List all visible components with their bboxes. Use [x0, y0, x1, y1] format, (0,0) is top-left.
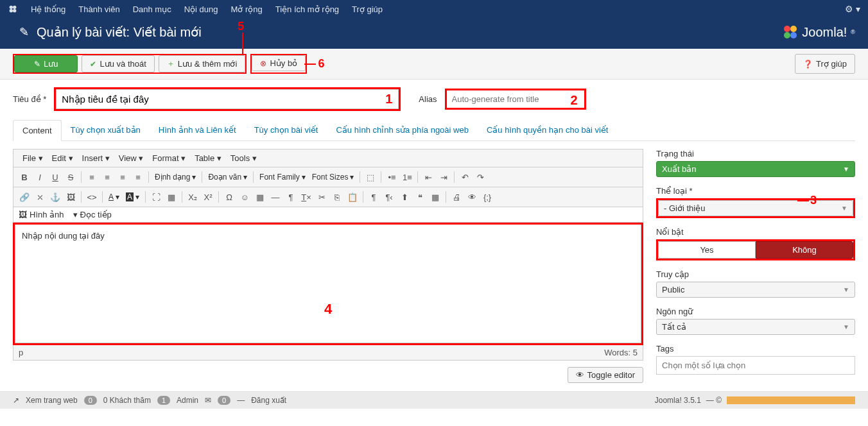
cut-icon[interactable]: ✂ — [315, 190, 329, 204]
align-left-icon[interactable]: ≡ — [85, 170, 99, 184]
readmore-button[interactable]: ▾ Đọc tiếp — [73, 210, 112, 219]
svg-point-1 — [13, 6, 16, 9]
sup-icon[interactable]: X² — [201, 190, 215, 204]
logout-link[interactable]: Đăng xuất — [251, 396, 286, 405]
nav-members[interactable]: Thành viên — [72, 4, 126, 14]
paste-icon[interactable]: 📋 — [345, 190, 360, 204]
page-title: Quản lý bài viết: Viết bài mới — [37, 24, 783, 40]
code-icon[interactable]: <> — [85, 190, 99, 204]
tab-images[interactable]: Hình ảnh và Liên kết — [150, 120, 245, 141]
image-icon[interactable]: 🖼 — [64, 190, 78, 204]
toggle-editor-button[interactable]: 👁 Toggle editor — [568, 367, 643, 383]
editor-body[interactable]: Nhập nội dung tại đây — [15, 225, 641, 343]
menu-file[interactable]: File ▾ — [19, 152, 47, 164]
tab-publish[interactable]: Tùy chọn xuất bản — [62, 120, 150, 141]
redo-icon[interactable]: ↷ — [473, 170, 487, 184]
view-site-link[interactable]: Xem trang web — [26, 396, 78, 405]
category-select[interactable]: - Giới thiệu▼ — [658, 200, 853, 216]
format-select[interactable]: Định dạng ▾ — [152, 173, 198, 182]
status-label: Trạng thái — [656, 149, 855, 158]
table-icon[interactable]: ▦ — [164, 190, 178, 204]
tab-permissions[interactable]: Cấu hình quyền hạn cho bài viết — [478, 120, 618, 141]
braces-icon[interactable]: {;} — [480, 190, 494, 204]
save-new-button[interactable]: ＋Lưu & thêm mới — [159, 55, 246, 72]
msg-badge[interactable]: 0 — [218, 396, 230, 405]
insert-image-button[interactable]: 🖼 Hình ảnh — [19, 210, 64, 219]
hr-icon[interactable]: ― — [268, 190, 282, 204]
tab-frontend[interactable]: Cấu hình chỉnh sửa phía ngoài web — [327, 120, 477, 141]
save-button[interactable]: ✎Lưu — [14, 55, 78, 72]
unlink-icon[interactable]: ⤫ — [33, 190, 47, 204]
admin-label: Admin — [177, 396, 198, 405]
link-icon[interactable]: 🔗 — [17, 190, 31, 204]
list-ol-icon[interactable]: 1≡ — [400, 170, 414, 184]
italic-icon[interactable]: I — [33, 170, 47, 184]
nav-plugins[interactable]: Tiện ích mở rộng — [269, 4, 345, 14]
featured-no[interactable]: Không — [756, 241, 853, 259]
language-select[interactable]: Tất cả▼ — [656, 319, 855, 335]
featured-yes[interactable]: Yes — [658, 241, 756, 259]
menu-edit[interactable]: Edit ▾ — [48, 152, 77, 164]
save-close-button[interactable]: ✔Lưu và thoát — [82, 55, 154, 72]
omega-icon[interactable]: Ω — [222, 190, 236, 204]
quote-icon[interactable]: ❝ — [413, 190, 427, 204]
pilcrow-icon[interactable]: ¶ — [284, 190, 298, 204]
sub-icon[interactable]: X₂ — [186, 190, 200, 204]
menu-format[interactable]: Format ▾ — [148, 152, 189, 164]
copy-icon[interactable]: ⎘ — [330, 190, 344, 204]
status-select[interactable]: Xuất bản▼ — [656, 161, 855, 177]
list-ul-icon[interactable]: •≡ — [385, 170, 399, 184]
paragraph-select[interactable]: Đoạn văn ▾ — [205, 173, 250, 182]
undo-icon[interactable]: ↶ — [458, 170, 472, 184]
menu-table[interactable]: Table ▾ — [191, 152, 225, 164]
fullscreen-icon[interactable]: ⛶ — [149, 190, 163, 204]
help-button[interactable]: ❓Trợ giúp — [795, 54, 855, 74]
rtl-icon[interactable]: ¶‹ — [382, 190, 396, 204]
tags-label: Tags — [656, 344, 855, 354]
gear-icon[interactable]: ⚙ ▾ — [845, 4, 860, 14]
nav-categories[interactable]: Danh mục — [126, 4, 178, 14]
font-family-select[interactable]: Font Family ▾ — [257, 173, 308, 182]
strike-icon[interactable]: S — [64, 170, 78, 184]
nav-extensions[interactable]: Mở rộng — [224, 4, 268, 14]
align-justify-icon[interactable]: ≡ — [131, 170, 145, 184]
tab-article-opts[interactable]: Tùy chọn bài viết — [245, 120, 327, 141]
outdent-icon[interactable]: ⇤ — [421, 170, 435, 184]
indent-icon[interactable]: ⇥ — [437, 170, 451, 184]
pencil-icon: ✎ — [19, 25, 29, 39]
anchor-icon[interactable]: ⚓ — [48, 190, 62, 204]
textcolor-icon[interactable]: A ▾ — [106, 192, 122, 201]
para-icon[interactable]: ¶ — [367, 190, 381, 204]
plus-icon: ＋ — [167, 58, 175, 69]
underline-icon[interactable]: U — [48, 170, 62, 184]
remove-format-icon[interactable]: ⬚ — [363, 170, 378, 184]
admin-badge[interactable]: 1 — [157, 396, 170, 405]
preview-icon[interactable]: 👁 — [465, 190, 479, 204]
emoji-icon[interactable]: ☺ — [238, 190, 252, 204]
font-size-select[interactable]: Font Sizes ▾ — [309, 173, 357, 182]
access-select[interactable]: Public▼ — [656, 282, 855, 298]
tags-input[interactable] — [656, 356, 855, 375]
media-icon[interactable]: ▦ — [253, 190, 267, 204]
title-input[interactable] — [56, 89, 399, 109]
clear-icon[interactable]: T× — [299, 190, 313, 204]
bold-icon[interactable]: B — [17, 170, 31, 184]
mail-icon[interactable]: ✉ — [205, 396, 211, 405]
menu-view[interactable]: View ▾ — [115, 152, 148, 164]
upload-icon[interactable]: ⬆ — [397, 190, 412, 204]
tab-content[interactable]: Content — [13, 120, 62, 141]
menu-insert[interactable]: Insert ▾ — [78, 152, 114, 164]
menu-tools[interactable]: Tools ▾ — [227, 152, 261, 164]
bgcolor-icon[interactable]: A ▾ — [123, 192, 142, 201]
cancel-icon: ⊗ — [260, 59, 266, 68]
nav-system[interactable]: Hệ thống — [24, 4, 72, 14]
align-center-icon[interactable]: ≡ — [100, 170, 114, 184]
print-icon[interactable]: 🖨 — [449, 190, 464, 204]
nav-help[interactable]: Trợ giúp — [345, 4, 389, 14]
align-right-icon[interactable]: ≡ — [116, 170, 130, 184]
alias-input[interactable] — [447, 90, 584, 108]
cancel-button[interactable]: ⊗Hủy bỏ — [252, 55, 306, 71]
template-icon[interactable]: ▦ — [428, 190, 442, 204]
visitors-badge[interactable]: 0 — [84, 396, 97, 405]
nav-content[interactable]: Nội dung — [178, 4, 225, 14]
